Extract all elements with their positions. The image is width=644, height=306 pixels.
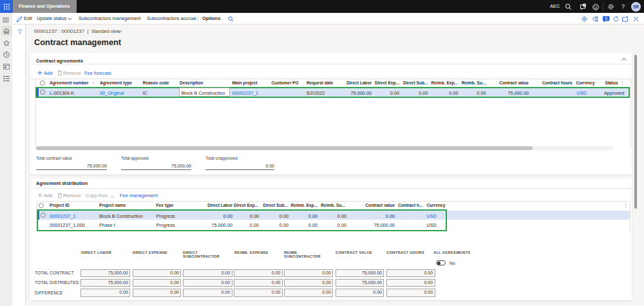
svg-text:0: 0 [605, 15, 607, 20]
svg-text:?: ? [583, 3, 585, 7]
